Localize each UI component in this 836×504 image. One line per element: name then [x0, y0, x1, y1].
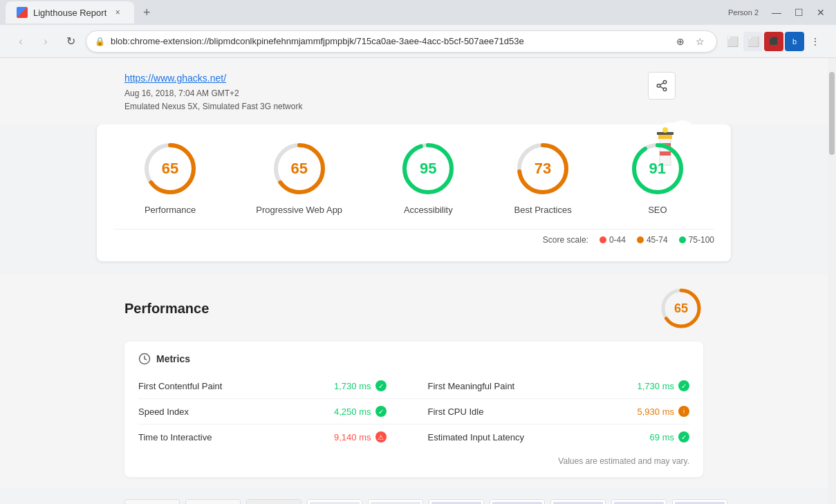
- profile-name: Person 2: [728, 8, 759, 17]
- accessibility-circle: 95: [400, 141, 456, 196]
- score-pwa[interactable]: 65 Progressive Web App: [256, 141, 342, 215]
- svg-point-0: [663, 81, 667, 84]
- thumbnail-10: [672, 499, 727, 504]
- orange-dot: [637, 236, 644, 243]
- metric-eil: Estimated Input Latency 69 ms ✓: [414, 424, 690, 449]
- thumbnail-2: [185, 499, 241, 504]
- thumbnail-4: [307, 499, 362, 504]
- svg-point-13: [662, 127, 668, 133]
- scale-red: 0-44: [600, 235, 626, 245]
- performance-header: Performance 65: [124, 286, 703, 330]
- report-device: Emulated Nexus 5X, Simulated Fast 3G net…: [124, 102, 302, 111]
- perf-score-number: 65: [674, 301, 688, 316]
- thumbnail-6: [429, 499, 484, 504]
- si-value: 4,250 ms: [334, 407, 371, 417]
- svg-line-4: [660, 83, 663, 85]
- estimates-note: Values are estimated and may vary.: [138, 456, 689, 466]
- perf-score-circle: 65: [659, 286, 703, 330]
- site-url[interactable]: https://www.ghacks.net/: [124, 73, 226, 84]
- performance-circle: 65: [142, 141, 198, 196]
- thumbnails-row: [0, 499, 828, 504]
- thumbnail-7: [490, 499, 545, 504]
- performance-score: 65: [162, 160, 178, 178]
- new-tab-button[interactable]: +: [137, 3, 156, 22]
- scrollbar[interactable]: [828, 58, 836, 504]
- refresh-button[interactable]: ↻: [61, 32, 80, 51]
- accessibility-label: Accessibility: [404, 205, 453, 215]
- scale-orange-range: 45-74: [647, 235, 668, 245]
- scale-orange: 45-74: [637, 235, 668, 245]
- metric-fci: First CPU Idle 5,930 ms i: [414, 399, 690, 424]
- metrics-card: Metrics First Contentful Paint 1,730 ms …: [124, 342, 703, 477]
- metric-tti: Time to Interactive 9,140 ms ⚠: [138, 424, 414, 449]
- metric-fcp: First Contentful Paint 1,730 ms ✓: [138, 373, 414, 399]
- cast-icon[interactable]: ⬜: [723, 32, 742, 51]
- fci-icon: i: [678, 406, 689, 417]
- extension-icon-3[interactable]: b: [785, 32, 804, 51]
- score-seo[interactable]: 91 SEO: [630, 141, 685, 215]
- extension-icon-1[interactable]: ⬜: [743, 32, 763, 51]
- report-header: https://www.ghacks.net/ Aug 16, 2018, 7:…: [0, 58, 828, 124]
- best-practices-circle: 73: [515, 141, 570, 196]
- score-accessibility[interactable]: 95 Accessibility: [400, 141, 456, 215]
- si-name: Speed Index: [138, 407, 334, 417]
- svg-point-2: [663, 88, 667, 91]
- minimize-button[interactable]: —: [767, 3, 786, 22]
- score-best-practices[interactable]: 73 Best Practices: [514, 141, 572, 215]
- tti-name: Time to Interactive: [138, 432, 334, 442]
- forward-button[interactable]: ›: [36, 32, 55, 51]
- thumbnail-5: [368, 499, 423, 504]
- tab-close-button[interactable]: ×: [112, 7, 123, 18]
- report-meta: Aug 16, 2018, 7:04 AM GMT+2 Emulated Nex…: [124, 87, 703, 113]
- scores-card: 65 Performance 65 Progres: [97, 124, 731, 261]
- scrollbar-thumb[interactable]: [829, 72, 835, 155]
- menu-button[interactable]: ⋮: [806, 32, 825, 51]
- eil-name: Estimated Input Latency: [428, 432, 650, 442]
- extension-icon-2[interactable]: ⬛: [764, 32, 783, 51]
- page-content: https://www.ghacks.net/ Aug 16, 2018, 7:…: [0, 58, 828, 504]
- accessibility-score: 95: [420, 160, 436, 178]
- eil-icon: ✓: [678, 431, 689, 442]
- performance-label: Performance: [145, 205, 196, 215]
- thumbnail-8: [550, 499, 606, 504]
- green-dot: [679, 236, 686, 243]
- metrics-header: Metrics: [138, 353, 689, 365]
- fcp-value: 1,730 ms: [334, 381, 371, 391]
- url-bar[interactable]: 🔒 blob:chrome-extension://blipmdconlkpin…: [86, 30, 717, 53]
- active-tab[interactable]: Lighthouse Report ×: [6, 1, 134, 24]
- seo-circle: 91: [630, 141, 685, 196]
- tti-icon: ⚠: [375, 431, 387, 442]
- fcp-icon: ✓: [375, 380, 387, 391]
- title-bar: Lighthouse Report × + Person 2 — ☐ ✕: [0, 0, 836, 25]
- metric-si: Speed Index 4,250 ms ✓: [138, 399, 414, 424]
- toolbar-icons: ⬜ ⬜ ⬛ b ⋮: [723, 32, 825, 51]
- bookmark-icon[interactable]: ☆: [691, 33, 708, 50]
- tab-favicon: [17, 7, 28, 18]
- fci-name: First CPU Idle: [428, 407, 638, 417]
- fmp-value: 1,730 ms: [638, 381, 674, 391]
- tti-value: 9,140 ms: [334, 432, 371, 442]
- metric-fmp: First Meaningful Paint 1,730 ms ✓: [414, 373, 690, 399]
- address-bar: ‹ › ↻ 🔒 blob:chrome-extension://blipmdco…: [0, 25, 836, 58]
- translate-icon[interactable]: ⊕: [672, 33, 689, 50]
- eil-value: 69 ms: [650, 432, 674, 442]
- pwa-score: 65: [290, 160, 307, 178]
- seo-score: 91: [649, 160, 666, 178]
- svg-point-7: [681, 125, 698, 136]
- svg-line-3: [660, 86, 663, 88]
- pwa-label: Progressive Web App: [256, 205, 342, 215]
- share-button[interactable]: [648, 72, 676, 100]
- metrics-title: Metrics: [156, 353, 190, 364]
- scale-green-range: 75-100: [689, 235, 714, 245]
- score-scale-label: Score scale:: [543, 235, 588, 245]
- close-button[interactable]: ✕: [811, 3, 830, 22]
- back-button[interactable]: ‹: [11, 32, 30, 51]
- chrome-window: Lighthouse Report × + Person 2 — ☐ ✕ ‹ ›…: [0, 0, 836, 504]
- thumbnail-1: [124, 499, 180, 504]
- thumbnail-3: [246, 499, 301, 504]
- score-performance[interactable]: 65 Performance: [142, 141, 198, 215]
- content-area: https://www.ghacks.net/ Aug 16, 2018, 7:…: [0, 58, 836, 504]
- thumbnail-9: [611, 499, 667, 504]
- scores-row: 65 Performance 65 Progres: [113, 141, 714, 215]
- maximize-button[interactable]: ☐: [789, 3, 808, 22]
